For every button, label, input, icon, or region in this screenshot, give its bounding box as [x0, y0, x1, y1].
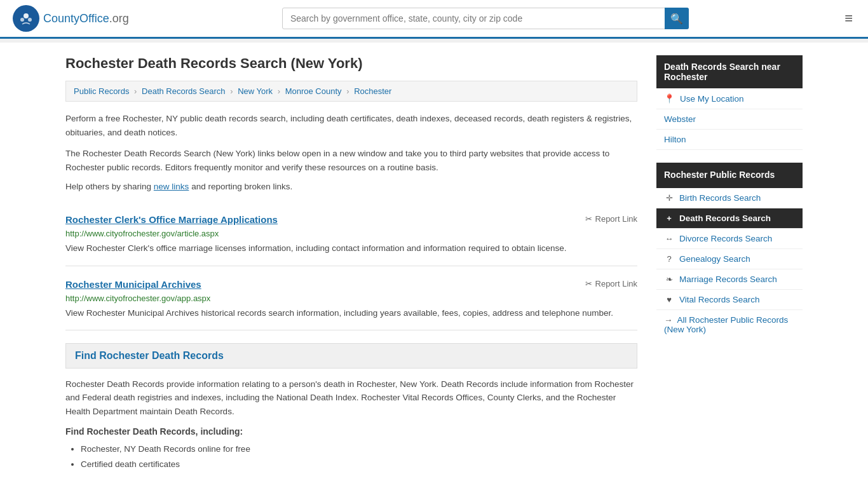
breadcrumb: Public Records › Death Records Search › …	[65, 81, 637, 102]
intro-para-1: Perform a free Rochester, NY public deat…	[65, 112, 637, 139]
sidebar-public-records-title: Rochester Public Records	[656, 163, 803, 188]
death-records-icon: +	[664, 214, 674, 223]
logo-icon	[13, 5, 39, 32]
main-container: Rochester Death Records Search (New York…	[53, 43, 815, 485]
sidebar-use-location[interactable]: 📍 Use My Location	[656, 88, 803, 109]
breadcrumb-public-records[interactable]: Public Records	[74, 86, 129, 96]
logo[interactable]: CountyOffice.org	[13, 5, 129, 32]
report-link-0[interactable]: ✂ Report Link	[585, 214, 637, 224]
record-desc-1: View Rochester Municipal Archives histor…	[65, 307, 637, 320]
sidebar-near-hilton[interactable]: Hilton	[656, 130, 803, 150]
breadcrumb-sep-4: ›	[346, 86, 349, 96]
genealogy-icon: ?	[664, 254, 674, 264]
genealogy-link[interactable]: Genealogy Search	[679, 254, 750, 264]
record-card-0: Rochester Clerk's Office Marriage Applic…	[65, 204, 637, 266]
death-records-link[interactable]: Death Records Search	[679, 214, 771, 223]
location-pin-icon: 📍	[664, 93, 675, 104]
search-bar: 🔍	[282, 8, 689, 29]
site-header: CountyOffice.org 🔍 ≡	[0, 0, 868, 39]
vital-records-link[interactable]: Vital Records Search	[679, 295, 760, 304]
report-icon-0: ✂	[585, 214, 592, 224]
sidebar-public-records-section: Rochester Public Records ✛ Birth Records…	[656, 163, 803, 339]
divorce-records-icon: ↔	[664, 234, 674, 243]
svg-point-3	[28, 18, 32, 22]
all-records-link[interactable]: All Rochester Public Records (New York)	[664, 315, 788, 334]
record-card-header-1: Rochester Municipal Archives ✂ Report Li…	[65, 279, 637, 290]
nearby-hilton-link[interactable]: Hilton	[664, 135, 686, 144]
record-card-1: Rochester Municipal Archives ✂ Report Li…	[65, 269, 637, 330]
search-input[interactable]	[282, 8, 689, 29]
svg-point-1	[24, 13, 29, 18]
find-section-heading-bar: Find Rochester Death Records	[65, 343, 637, 369]
record-url-0[interactable]: http://www.cityofrochester.gov/article.a…	[65, 229, 637, 238]
find-section-subheading: Find Rochester Death Records, including:	[65, 426, 637, 437]
breadcrumb-rochester[interactable]: Rochester	[354, 86, 391, 96]
find-section-list: Rochester, NY Death Records online for f…	[65, 442, 637, 473]
breadcrumb-sep-2: ›	[230, 86, 233, 96]
sidebar-item-genealogy-search[interactable]: ? Genealogy Search	[656, 249, 803, 269]
svg-point-2	[20, 18, 24, 22]
list-item-0: Rochester, NY Death Records online for f…	[81, 442, 637, 457]
find-section-heading: Find Rochester Death Records	[75, 350, 628, 362]
content-area: Rochester Death Records Search (New York…	[65, 55, 637, 472]
birth-records-link[interactable]: Birth Records Search	[679, 193, 761, 203]
use-location-link[interactable]: Use My Location	[680, 94, 744, 104]
breadcrumb-death-records[interactable]: Death Records Search	[142, 86, 226, 96]
sidebar-near-title: Death Records Search near Rochester	[656, 55, 803, 88]
divorce-records-link[interactable]: Divorce Records Search	[679, 234, 772, 243]
vital-records-icon: ♥	[664, 295, 674, 304]
sidebar-item-death-records[interactable]: + Death Records Search	[656, 208, 803, 229]
list-item-1: Certified death certificates	[81, 457, 637, 472]
marriage-records-icon: ❧	[664, 274, 674, 284]
logo-text: CountyOffice.org	[43, 12, 129, 25]
record-title-link-0[interactable]: Rochester Clerk's Office Marriage Applic…	[65, 214, 278, 225]
sidebar-near-webster[interactable]: Webster	[656, 109, 803, 130]
search-icon: 🔍	[670, 13, 683, 25]
page-title: Rochester Death Records Search (New York…	[65, 55, 637, 72]
report-link-1[interactable]: ✂ Report Link	[585, 279, 637, 288]
record-title-link-1[interactable]: Rochester Municipal Archives	[65, 279, 201, 290]
marriage-records-link[interactable]: Marriage Records Search	[679, 274, 777, 284]
birth-records-icon: ✛	[664, 193, 674, 203]
breadcrumb-sep-3: ›	[278, 86, 280, 96]
all-records-arrow-icon: →	[664, 315, 673, 325]
sidebar-item-vital-records[interactable]: ♥ Vital Records Search	[656, 290, 803, 310]
search-button[interactable]: 🔍	[665, 8, 689, 29]
sidebar-near-section: Death Records Search near Rochester 📍 Us…	[656, 55, 803, 150]
hamburger-icon: ≡	[844, 10, 853, 26]
find-section-para: Rochester Death Records provide informat…	[65, 377, 637, 419]
report-icon-1: ✂	[585, 279, 592, 288]
sidebar-item-divorce-records[interactable]: ↔ Divorce Records Search	[656, 229, 803, 249]
sidebar-item-birth-records[interactable]: ✛ Birth Records Search	[656, 188, 803, 208]
breadcrumb-sep-1: ›	[134, 86, 137, 96]
nearby-webster-link[interactable]: Webster	[664, 114, 696, 124]
hamburger-button[interactable]: ≡	[842, 8, 855, 29]
breadcrumb-monroe-county[interactable]: Monroe County	[285, 86, 342, 96]
help-text: Help others by sharing new links and rep…	[65, 182, 637, 191]
sidebar-item-marriage-records[interactable]: ❧ Marriage Records Search	[656, 269, 803, 290]
intro-para-2: The Rochester Death Records Search (New …	[65, 147, 637, 174]
new-links-link[interactable]: new links	[154, 182, 189, 191]
record-url-1[interactable]: http://www.cityofrochester.gov/app.aspx	[65, 294, 637, 303]
sidebar: Death Records Search near Rochester 📍 Us…	[656, 55, 803, 472]
record-desc-0: View Rochester Clerk's office marriage l…	[65, 242, 637, 255]
record-card-header-0: Rochester Clerk's Office Marriage Applic…	[65, 214, 637, 225]
breadcrumb-new-york[interactable]: New York	[238, 86, 273, 96]
sidebar-all-records-link[interactable]: → All Rochester Public Records (New York…	[656, 310, 803, 339]
